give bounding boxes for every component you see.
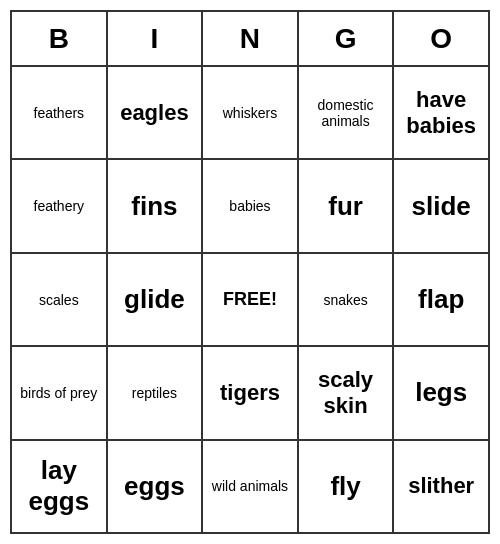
grid-cell-3-3: scaly skin bbox=[299, 347, 395, 438]
header-cell-I: I bbox=[108, 12, 204, 65]
header-cell-G: G bbox=[299, 12, 395, 65]
grid-row-2: scalesglideFREE!snakesflap bbox=[12, 254, 488, 347]
grid-cell-2-3: snakes bbox=[299, 254, 395, 345]
header-cell-B: B bbox=[12, 12, 108, 65]
grid-cell-0-3: domestic animals bbox=[299, 67, 395, 158]
grid-cell-0-0: feathers bbox=[12, 67, 108, 158]
grid-cell-1-4: slide bbox=[394, 160, 488, 251]
grid-cell-1-0: feathery bbox=[12, 160, 108, 251]
grid-cell-2-2: FREE! bbox=[203, 254, 299, 345]
grid-cell-2-0: scales bbox=[12, 254, 108, 345]
grid-cell-4-4: slither bbox=[394, 441, 488, 532]
bingo-grid: featherseagleswhiskersdomestic animalsha… bbox=[12, 67, 488, 532]
grid-cell-4-3: fly bbox=[299, 441, 395, 532]
grid-row-3: birds of preyreptilestigersscaly skinleg… bbox=[12, 347, 488, 440]
grid-cell-3-1: reptiles bbox=[108, 347, 204, 438]
grid-cell-2-1: glide bbox=[108, 254, 204, 345]
grid-row-0: featherseagleswhiskersdomestic animalsha… bbox=[12, 67, 488, 160]
grid-cell-1-2: babies bbox=[203, 160, 299, 251]
grid-cell-4-1: eggs bbox=[108, 441, 204, 532]
grid-cell-4-0: lay eggs bbox=[12, 441, 108, 532]
grid-cell-2-4: flap bbox=[394, 254, 488, 345]
grid-cell-1-3: fur bbox=[299, 160, 395, 251]
header-cell-O: O bbox=[394, 12, 488, 65]
grid-cell-1-1: fins bbox=[108, 160, 204, 251]
grid-cell-3-0: birds of prey bbox=[12, 347, 108, 438]
grid-cell-3-4: legs bbox=[394, 347, 488, 438]
grid-cell-3-2: tigers bbox=[203, 347, 299, 438]
bingo-card: BINGO featherseagleswhiskersdomestic ani… bbox=[10, 10, 490, 534]
grid-row-1: featheryfinsbabiesfurslide bbox=[12, 160, 488, 253]
grid-row-4: lay eggseggswild animalsflyslither bbox=[12, 441, 488, 532]
grid-cell-0-1: eagles bbox=[108, 67, 204, 158]
bingo-header: BINGO bbox=[12, 12, 488, 67]
grid-cell-0-4: have babies bbox=[394, 67, 488, 158]
grid-cell-4-2: wild animals bbox=[203, 441, 299, 532]
header-cell-N: N bbox=[203, 12, 299, 65]
grid-cell-0-2: whiskers bbox=[203, 67, 299, 158]
